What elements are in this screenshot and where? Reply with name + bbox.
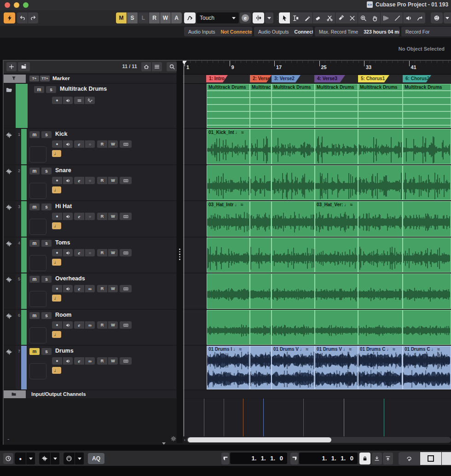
read-automation-button[interactable]: R xyxy=(97,285,107,292)
comp-tool-button[interactable] xyxy=(381,12,392,23)
audio-event[interactable]: 01 Drums V ♩ ≈ xyxy=(272,346,315,389)
audio-event[interactable]: 01 Drums V ♩ ≈ xyxy=(315,346,358,389)
autoscroll-options-dropdown[interactable] xyxy=(265,12,273,23)
audio-event[interactable] xyxy=(250,165,272,200)
track-list-settings-button[interactable] xyxy=(170,435,177,442)
suspend-automation-m-button[interactable]: M xyxy=(116,12,127,23)
record-mode-dropdown[interactable] xyxy=(26,453,35,464)
track-picture-box[interactable] xyxy=(29,183,46,199)
play-tool-button[interactable] xyxy=(403,12,414,23)
record-enable-button[interactable]: ● xyxy=(52,97,62,104)
suspend-automation-w-button[interactable]: W xyxy=(160,12,171,23)
audio-event[interactable] xyxy=(403,310,451,345)
audio-event[interactable]: 01 Drums C ♩ ≈ xyxy=(403,346,451,389)
solo-button[interactable]: s xyxy=(41,348,52,355)
status-chip-max-record-time[interactable]: Max. Record Time323 hours 04 mins xyxy=(315,27,399,36)
audio-event[interactable]: 01_Kick_Int ♩ ≈ xyxy=(207,129,250,164)
read-automation-button[interactable]: R xyxy=(97,177,107,184)
record-mode-button[interactable]: ● xyxy=(15,453,26,464)
mute-button[interactable]: m xyxy=(29,131,40,138)
audio-event[interactable]: 01 Drums I ♩ ≈ xyxy=(207,346,250,389)
color-tool-button[interactable] xyxy=(414,12,425,23)
track-picture-box[interactable] xyxy=(29,291,46,307)
edit-channel-settings-button[interactable]: e xyxy=(74,321,84,329)
monitor-button[interactable] xyxy=(63,140,73,148)
record-enable-button[interactable]: ● xyxy=(52,249,62,256)
track-row-snare[interactable]: 2msSnare●e○RW♩ xyxy=(4,165,176,200)
channel-link-button[interactable]: ○ xyxy=(85,213,95,220)
record-enable-button[interactable]: ● xyxy=(52,213,62,220)
show-lanes-button[interactable] xyxy=(120,285,132,292)
track-row-hi-hat[interactable]: 3msHi Hat●e○RW♩ xyxy=(4,201,176,237)
track-picture-box[interactable] xyxy=(29,146,46,163)
punch-out-button[interactable] xyxy=(383,453,393,464)
write-automation-button[interactable]: W xyxy=(108,285,118,292)
musical-timebase-button[interactable]: ♩ xyxy=(52,295,61,302)
monitor-button[interactable] xyxy=(63,285,73,292)
monitor-button[interactable] xyxy=(63,97,73,104)
cycle-button[interactable] xyxy=(399,452,420,465)
channel-link-button[interactable]: ∞ xyxy=(85,357,95,365)
marker-flag-5[interactable]: 5: Chorus1 xyxy=(358,75,389,82)
status-chip-record-for[interactable]: Record For xyxy=(401,27,451,36)
audio-event[interactable] xyxy=(315,129,358,164)
solo-button[interactable]: s xyxy=(41,276,52,283)
audio-event[interactable] xyxy=(315,165,358,200)
track-zoom-minus[interactable]: - xyxy=(7,435,9,442)
record-enable-button[interactable]: ● xyxy=(52,140,62,148)
hand-tool-button[interactable] xyxy=(369,12,380,23)
glue-tool-button[interactable] xyxy=(335,12,347,23)
audio-event[interactable] xyxy=(207,165,250,200)
track-visibility-agents-button[interactable] xyxy=(141,62,151,71)
audio-event[interactable] xyxy=(358,238,403,273)
write-automation-button[interactable]: W xyxy=(108,321,118,329)
go-to-left-locator-button[interactable] xyxy=(221,453,229,464)
audio-event[interactable] xyxy=(250,310,272,345)
audio-event[interactable] xyxy=(358,201,403,237)
monitor-button[interactable] xyxy=(63,213,73,220)
minimize-window-button[interactable] xyxy=(14,2,19,8)
close-window-button[interactable] xyxy=(5,2,10,8)
track-picture-box[interactable] xyxy=(29,255,46,271)
edit-channel-settings-button[interactable]: e xyxy=(74,249,84,256)
edit-channel-settings-button[interactable]: e xyxy=(74,177,84,184)
track-scale-dropdown[interactable] xyxy=(162,438,166,447)
edit-channel-settings-button[interactable]: e xyxy=(74,285,84,292)
write-automation-button[interactable]: W xyxy=(108,249,118,256)
track-picture-box[interactable] xyxy=(29,363,46,379)
status-chip-audio-outputs[interactable]: Audio OutputsConnected xyxy=(254,27,313,36)
audio-event[interactable] xyxy=(250,238,272,273)
track-row-kick[interactable]: 1msKick●e○RW♩ xyxy=(4,129,176,164)
read-automation-button[interactable]: R xyxy=(97,249,107,256)
zoom-window-button[interactable] xyxy=(23,2,29,8)
marker-flag-6[interactable]: 6: Chorus2 xyxy=(403,75,431,82)
automation-curve-button[interactable] xyxy=(184,12,196,23)
audio-event[interactable] xyxy=(358,310,403,345)
solo-button[interactable]: s xyxy=(41,131,52,138)
audio-event[interactable]: 01 Drums C ♩ ≈ xyxy=(358,346,403,389)
channel-link-button[interactable]: ∞ xyxy=(85,285,95,292)
audio-event[interactable] xyxy=(272,310,315,345)
show-lanes-button[interactable] xyxy=(120,321,132,329)
read-automation-button[interactable]: R xyxy=(97,321,107,329)
suspend-automation-s-button[interactable]: S xyxy=(127,12,138,23)
audio-event[interactable]: Multitrack Drums xyxy=(315,84,358,128)
monitor-button[interactable] xyxy=(63,357,73,365)
audio-event[interactable]: Multitrack Drums xyxy=(358,84,403,128)
show-lanes-button[interactable] xyxy=(120,140,132,148)
audio-event[interactable] xyxy=(315,273,358,309)
edit-channel-settings-button[interactable]: e xyxy=(74,357,84,365)
audio-event[interactable] xyxy=(272,129,315,164)
track-row-toms[interactable]: 4msToms●e○RW♩ xyxy=(4,238,176,273)
mute-button[interactable]: m xyxy=(29,276,40,283)
audio-record-mode-button[interactable] xyxy=(39,453,51,464)
timeline-ruler[interactable]: 1917253341 xyxy=(183,61,451,75)
audio-event[interactable]: Multitrack Drums xyxy=(272,84,315,128)
show-lanes-button[interactable] xyxy=(120,249,132,256)
marker-flag-3[interactable]: 3: Verse2 xyxy=(272,75,301,82)
solo-button[interactable]: s xyxy=(41,168,52,174)
musical-timebase-button[interactable]: ♩ xyxy=(52,222,61,229)
activate-project-button[interactable] xyxy=(4,12,15,23)
audio-event[interactable]: Multitrack Drums xyxy=(207,84,250,128)
musical-timebase-button[interactable]: ♩ xyxy=(52,259,61,266)
